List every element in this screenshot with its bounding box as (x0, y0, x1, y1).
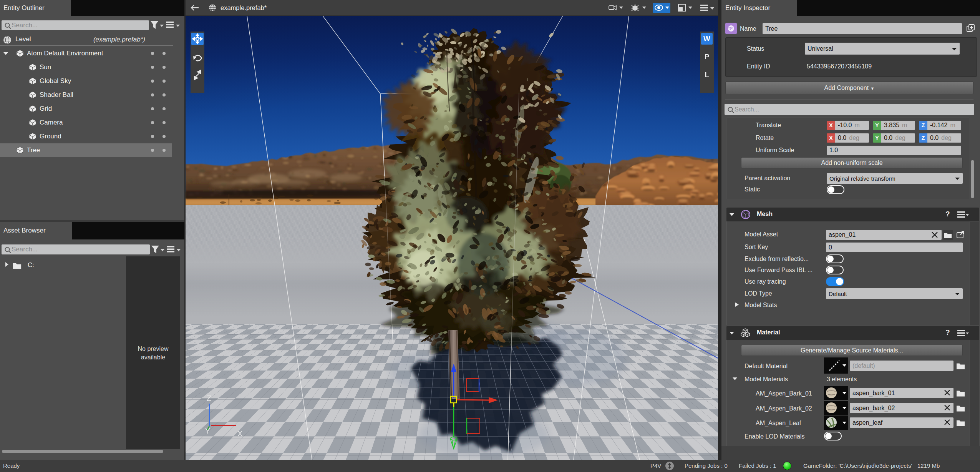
svg-text:Z: Z (207, 394, 211, 402)
svg-text:Y: Y (205, 427, 210, 435)
svg-text:X: X (237, 429, 242, 438)
